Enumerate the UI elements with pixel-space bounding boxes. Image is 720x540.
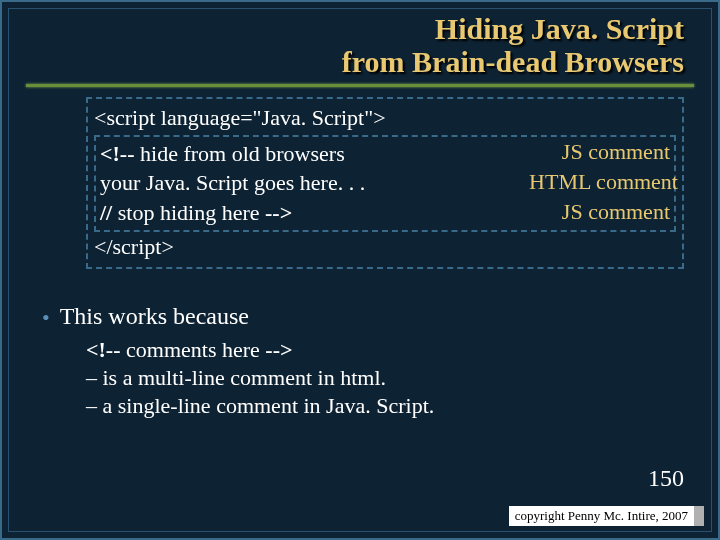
code-stop-line: // stop hiding here --> — [100, 198, 670, 228]
copyright-strip: copyright Penny Mc. Intire, 2007 — [509, 506, 704, 526]
sub-code-line: <!-- comments here --> — [86, 337, 694, 363]
strip-tail — [694, 506, 704, 526]
sub-code-close: --> — [265, 337, 292, 362]
copyright-text: copyright Penny Mc. Intire, 2007 — [509, 506, 694, 526]
code-open-tag: <script language="Java. Script"> — [94, 103, 676, 133]
sub-line-2: – a single-line comment in Java. Script. — [86, 393, 694, 419]
sub-code-mid: comments here — [121, 337, 266, 362]
sub-code-open: <!-- — [86, 337, 121, 362]
title-underline — [26, 84, 694, 87]
hide-text: hide from old browsers — [135, 141, 345, 166]
hide-prefix: <!-- — [100, 141, 135, 166]
page-number: 150 — [648, 465, 684, 492]
code-inner-box: JS comment HTML comment JS comment <!-- … — [94, 135, 676, 232]
code-close-tag: </script> — [94, 232, 676, 262]
code-outer-box: <script language="Java. Script"> JS comm… — [86, 97, 684, 269]
stop-suffix: --> — [265, 200, 292, 225]
slide-title: Hiding Java. Script from Brain-dead Brow… — [26, 12, 694, 78]
stop-mid: stop hiding here — [112, 200, 265, 225]
code-block: <script language="Java. Script"> JS comm… — [86, 97, 684, 269]
bullet-row: • This works because — [42, 303, 694, 331]
sub-line-1: – is a multi-line comment in html. — [86, 365, 694, 391]
title-line-1: Hiding Java. Script — [435, 12, 684, 45]
code-hide-line: <!-- hide from old browsers — [100, 139, 670, 169]
title-line-2: from Brain-dead Browsers — [342, 45, 684, 78]
slide: Hiding Java. Script from Brain-dead Brow… — [0, 0, 720, 540]
bullet-text: This works because — [60, 303, 249, 330]
code-body-line: your Java. Script goes here. . . — [100, 168, 670, 198]
stop-prefix: // — [100, 200, 112, 225]
sub-block: <!-- comments here --> – is a multi-line… — [86, 337, 694, 419]
bullet-dot: • — [42, 305, 50, 331]
